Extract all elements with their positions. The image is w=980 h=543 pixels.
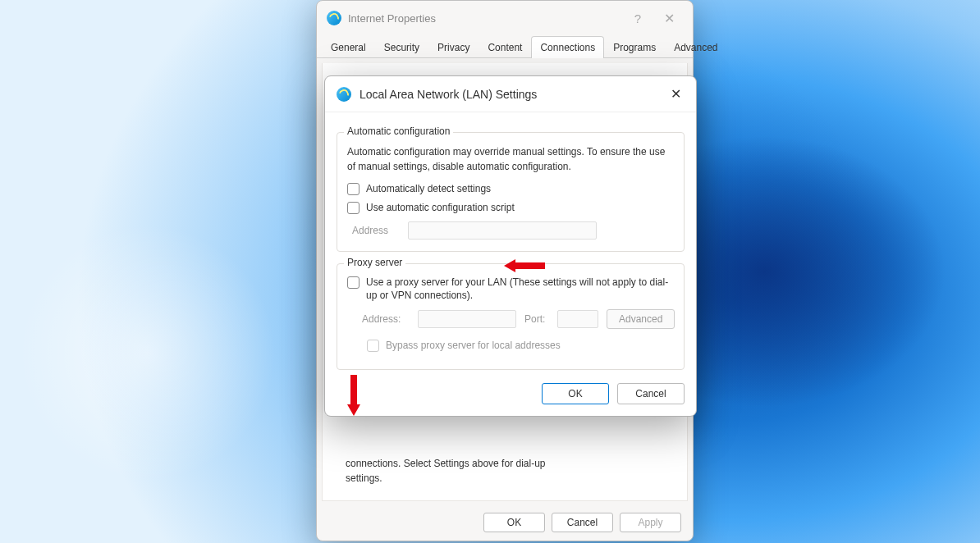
dialog-button-row: OK Cancel xyxy=(337,383,685,404)
help-button[interactable]: ? xyxy=(626,8,649,29)
cancel-button[interactable]: Cancel xyxy=(617,383,685,404)
cancel-button[interactable]: Cancel xyxy=(552,513,613,532)
tab-general[interactable]: General xyxy=(322,36,375,58)
close-icon[interactable]: ✕ xyxy=(656,7,683,30)
auto-config-script-checkbox[interactable] xyxy=(347,202,359,214)
proxy-server-group: Proxy server Use a proxy server for your… xyxy=(337,263,685,370)
proxy-address-input xyxy=(418,310,516,328)
ok-button[interactable]: OK xyxy=(542,383,609,404)
tab-strip: General Security Privacy Content Connect… xyxy=(317,35,693,58)
auto-config-address-input xyxy=(408,221,597,240)
dialog-body: Automatic configuration Automatic config… xyxy=(325,112,696,416)
proxy-port-input xyxy=(557,310,598,328)
use-proxy-label: Use a proxy server for your LAN (These s… xyxy=(366,276,674,303)
auto-config-description: Automatic configuration may override man… xyxy=(347,144,674,174)
proxy-port-label: Port: xyxy=(524,313,549,325)
tab-privacy[interactable]: Privacy xyxy=(428,36,479,58)
titlebar[interactable]: Internet Properties ? ✕ xyxy=(317,1,693,35)
dialog-button-row: OK Cancel Apply xyxy=(483,513,681,532)
lan-settings-description: connections. Select Settings above for d… xyxy=(346,456,545,486)
auto-detect-checkbox[interactable] xyxy=(347,183,359,195)
internet-explorer-icon xyxy=(327,11,341,25)
auto-detect-label: Automatically detect settings xyxy=(366,182,491,196)
group-legend: Automatic configuration xyxy=(344,125,453,137)
tab-content[interactable]: Content xyxy=(479,36,531,58)
internet-explorer-icon xyxy=(337,87,351,102)
use-proxy-checkbox[interactable] xyxy=(347,276,359,289)
tab-advanced[interactable]: Advanced xyxy=(665,36,726,58)
automatic-configuration-group: Automatic configuration Automatic config… xyxy=(337,132,685,252)
proxy-address-label: Address: xyxy=(362,313,410,325)
group-legend: Proxy server xyxy=(344,257,405,268)
window-title: Internet Properties xyxy=(348,12,620,25)
bypass-local-checkbox xyxy=(367,340,379,352)
apply-button[interactable]: Apply xyxy=(620,513,681,532)
address-label: Address xyxy=(352,225,400,236)
advanced-button: Advanced xyxy=(607,309,675,329)
titlebar[interactable]: Local Area Network (LAN) Settings ✕ xyxy=(325,76,696,112)
tab-security[interactable]: Security xyxy=(375,36,428,58)
tab-programs[interactable]: Programs xyxy=(604,36,665,58)
lan-settings-dialog: Local Area Network (LAN) Settings ✕ Auto… xyxy=(324,75,697,417)
close-icon[interactable]: ✕ xyxy=(664,83,688,105)
bypass-local-label: Bypass proxy server for local addresses xyxy=(386,339,561,353)
tab-connections[interactable]: Connections xyxy=(531,36,604,58)
auto-config-script-label: Use automatic configuration script xyxy=(366,201,515,215)
ok-button[interactable]: OK xyxy=(483,513,545,532)
window-title: Local Area Network (LAN) Settings xyxy=(359,88,656,101)
